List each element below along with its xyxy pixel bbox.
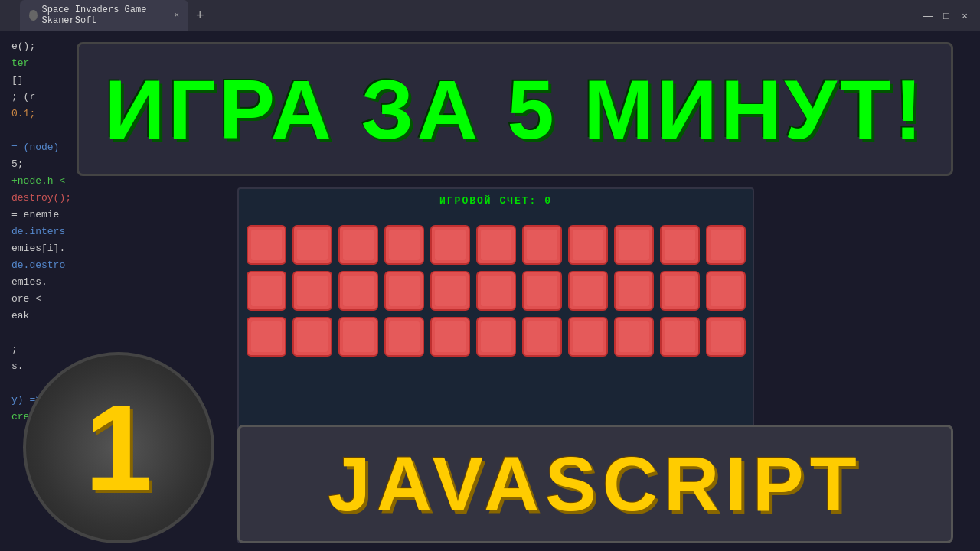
tab-close-button[interactable]: × [174, 11, 179, 20]
enemy-block [614, 225, 654, 265]
episode-number-badge: 1 [23, 352, 214, 543]
enemy-row-2 [247, 271, 746, 311]
enemy-block [338, 225, 378, 265]
enemy-block [522, 225, 562, 265]
enemy-block [430, 225, 470, 265]
enemy-block [384, 271, 424, 311]
enemy-block [568, 271, 608, 311]
new-tab-button[interactable]: + [191, 8, 209, 24]
enemy-block [568, 225, 608, 265]
enemy-block [706, 317, 746, 357]
enemy-block [660, 271, 700, 311]
enemy-block [614, 271, 654, 311]
enemy-block [568, 317, 608, 357]
enemy-block [247, 317, 286, 357]
enemy-block [476, 271, 516, 311]
enemy-block [292, 317, 332, 357]
thumbnail-overlay: ИГРА ЗА 5 МИНУТ! ИГРОВОЙ СЧЕТ: 0 [0, 31, 980, 551]
enemy-block [338, 271, 378, 311]
tab-favicon [29, 10, 38, 21]
enemy-row-3 [247, 317, 746, 357]
enemy-block [706, 271, 746, 311]
enemy-block [522, 271, 562, 311]
browser-chrome: Space Invaders Game SkanerSoft × + — □ × [0, 0, 980, 31]
main-content: e(); ter [] ; (r 0.1; = (node) 5; +node.… [0, 31, 980, 551]
enemy-block [247, 225, 286, 265]
tab-bar: Space Invaders Game SkanerSoft × + [20, 0, 914, 31]
enemy-block [292, 225, 332, 265]
window-controls-right: — □ × [920, 8, 972, 23]
enemy-block [384, 225, 424, 265]
enemy-block [476, 225, 516, 265]
score-display: ИГРОВОЙ СЧЕТ: 0 [239, 189, 753, 210]
browser-tab[interactable]: Space Invaders Game SkanerSoft × [20, 0, 188, 31]
enemy-block [338, 317, 378, 357]
javascript-banner: JAVASCRIPT [237, 425, 953, 543]
title-banner: ИГРА ЗА 5 МИНУТ! [77, 42, 953, 176]
enemy-block [660, 317, 700, 357]
enemy-block [522, 317, 562, 357]
enemy-block [430, 317, 470, 357]
enemy-block [430, 271, 470, 311]
maximize-button[interactable]: □ [939, 8, 954, 23]
enemy-block [660, 225, 700, 265]
enemy-block [292, 271, 332, 311]
minimize-button[interactable]: — [920, 8, 936, 23]
close-button[interactable]: × [957, 8, 972, 23]
enemies-grid [239, 210, 753, 364]
enemy-block [614, 317, 654, 357]
enemy-row-1 [247, 225, 746, 265]
enemy-block [476, 317, 516, 357]
title-text: ИГРА ЗА 5 МИНУТ! [104, 67, 925, 152]
tab-title: Space Invaders Game SkanerSoft [42, 5, 167, 26]
enemy-block [247, 271, 286, 311]
javascript-label: JAVASCRIPT [328, 440, 863, 528]
enemy-block [706, 225, 746, 265]
enemy-block [384, 317, 424, 357]
episode-number: 1 [85, 386, 153, 509]
